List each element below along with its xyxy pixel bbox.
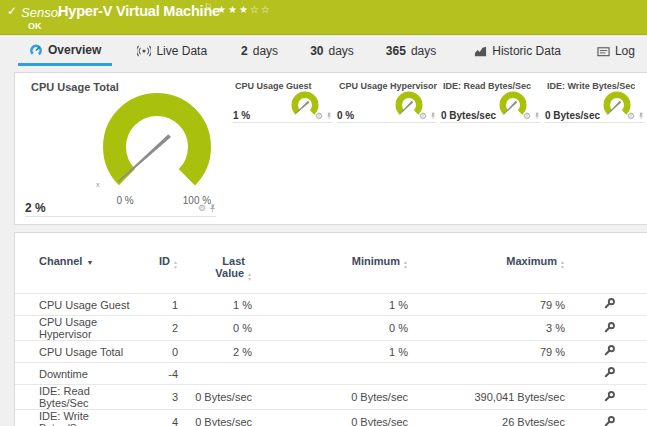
channel-maximum — [408, 363, 565, 385]
sort-toggle-icon: ▲▼ — [173, 260, 178, 269]
pin-icon[interactable] — [430, 112, 436, 120]
tab-number: 2 — [241, 44, 248, 58]
channel-table-panel: Channel▼ ID▲▼ Last Value▲▼ Minimum▲▼ Max… — [14, 232, 647, 426]
tab-live-data[interactable]: Live Data — [126, 36, 218, 66]
tab-label: days — [411, 44, 436, 58]
channel-minimum: 0 Bytes/sec — [252, 410, 408, 426]
channel-name: IDE: Write Bytes/Sec — [15, 410, 130, 426]
column-header-id[interactable]: ID▲▼ — [130, 233, 178, 294]
status-ok-check-icon: ✓ — [7, 4, 17, 18]
bar-chart-icon — [474, 45, 487, 58]
tab-label: days — [328, 44, 353, 58]
tab-log[interactable]: Log — [586, 36, 646, 66]
tab-historic-data[interactable]: Historic Data — [463, 36, 572, 66]
channel-last-value — [178, 363, 252, 385]
channel-id: 0 — [130, 341, 178, 363]
tab-30-days[interactable]: 30 days — [299, 36, 365, 66]
channel-last-value: 0 Bytes/sec — [178, 385, 252, 410]
prtg-sensor-page: { "header": { "check": "✓", "kind": "Sen… — [0, 0, 647, 426]
gauge-value-row: 0 Bytes/sec ⚙ — [441, 110, 540, 123]
channel-id: 1 — [130, 294, 178, 316]
gauge-value: 0 Bytes/sec — [545, 110, 600, 121]
gauge-value: 0 Bytes/sec — [441, 110, 496, 121]
sort-toggle-icon: ▲▼ — [560, 260, 565, 269]
priority-flag-icon[interactable]: ⚐ — [204, 2, 212, 12]
column-header-maximum[interactable]: Maximum▲▼ — [408, 233, 565, 294]
channel-name: Downtime — [15, 363, 130, 385]
edit-channel-wrench-icon[interactable] — [603, 344, 616, 359]
sort-desc-icon: ▼ — [86, 259, 93, 266]
gauges-panel: CPU Usage Total x 0 % 100 % 2 % ⚙ CPU Us… — [14, 72, 647, 225]
channel-settings-gear-icon[interactable]: ⚙ — [627, 112, 635, 121]
channel-settings-gear-icon[interactable]: ⚙ — [198, 204, 206, 213]
channel-id: 4 — [130, 410, 178, 426]
channel-settings-gear-icon[interactable]: ⚙ — [419, 112, 427, 121]
tab-label: Log — [615, 44, 635, 58]
object-kind-label: Sensor — [21, 5, 62, 20]
gauge-value: 0 % — [337, 110, 354, 121]
channel-maximum: 26 Bytes/sec — [408, 410, 565, 426]
channel-last-value: 0 % — [178, 316, 252, 341]
column-header-actions — [565, 233, 647, 294]
gauge-value-row: 2 % ⚙ — [25, 201, 216, 217]
channel-maximum: 390,041 Bytes/sec — [408, 385, 565, 410]
tab-label: days — [253, 44, 278, 58]
gauge-icon — [29, 43, 43, 57]
channel-minimum: 1 % — [252, 341, 408, 363]
channel-maximum: 79 % — [408, 294, 565, 316]
channel-settings-gear-icon[interactable]: ⚙ — [523, 112, 531, 121]
channel-name: CPU Usage Hypervisor — [15, 316, 130, 341]
gauge-tile-ide-read: IDE: Read Bytes/Sec 0 Bytes/sec ⚙ — [439, 79, 542, 131]
pin-icon[interactable] — [638, 112, 644, 120]
gauge-tick-mark: x — [96, 181, 100, 188]
tab-2-days[interactable]: 2 days — [230, 36, 289, 66]
edit-channel-wrench-icon[interactable] — [603, 390, 616, 405]
primary-gauge-chart — [97, 87, 217, 207]
column-header-minimum[interactable]: Minimum▲▼ — [252, 233, 408, 294]
edit-channel-wrench-icon[interactable] — [603, 297, 616, 312]
channel-minimum: 1 % — [252, 294, 408, 316]
sensor-title: Hyper-V Virtual Machine — [58, 3, 220, 19]
edit-channel-wrench-icon[interactable] — [603, 366, 616, 381]
sensor-status-badge: OK — [28, 21, 42, 31]
channel-name: CPU Usage Total — [15, 341, 130, 363]
channel-settings-gear-icon[interactable]: ⚙ — [315, 112, 323, 121]
tab-label: Overview — [48, 43, 101, 57]
channel-minimum: 0 % — [252, 316, 408, 341]
column-header-last-value[interactable]: Last Value▲▼ — [178, 233, 252, 294]
channel-name: CPU Usage Guest — [15, 294, 130, 316]
tab-overview[interactable]: Overview — [18, 36, 112, 66]
gauge-value: 1 % — [233, 110, 250, 121]
table-row: Downtime -4 — [15, 363, 647, 385]
table-row: CPU Usage Hypervisor 2 0 % 0 % 3 % — [15, 316, 647, 341]
gauge-tile-cpu-usage-guest: CPU Usage Guest 1 % ⚙ — [231, 79, 334, 131]
gauge-value: 2 % — [25, 201, 46, 215]
tab-365-days[interactable]: 365 days — [375, 36, 447, 66]
channel-name: IDE: Read Bytes/Sec — [15, 385, 130, 410]
pin-icon[interactable] — [209, 204, 216, 213]
tab-number: 365 — [386, 44, 406, 58]
log-list-icon — [597, 45, 610, 58]
sort-toggle-icon: ▲▼ — [247, 272, 252, 281]
channel-table: Channel▼ ID▲▼ Last Value▲▼ Minimum▲▼ Max… — [15, 233, 647, 426]
channel-last-value: 1 % — [178, 294, 252, 316]
channel-maximum: 79 % — [408, 341, 565, 363]
priority-stars[interactable]: ★★★☆☆ — [217, 4, 272, 15]
gauge-value-row: 0 Bytes/sec ⚙ — [545, 110, 644, 123]
gauge-tile-cpu-usage-total: CPU Usage Total x 0 % 100 % 2 % ⚙ — [15, 73, 230, 223]
sensor-tab-bar: Overview Live Data 2 days 30 days 365 da… — [0, 36, 647, 66]
table-row: CPU Usage Guest 1 1 % 1 % 79 % — [15, 294, 647, 316]
gauge-tile-cpu-usage-hypervisor: CPU Usage Hypervisor 0 % ⚙ — [335, 79, 438, 131]
gauge-tile-ide-write: IDE: Write Bytes/Sec 0 Bytes/sec ⚙ — [543, 79, 646, 131]
sensor-header: ✓ Sensor Hyper-V Virtual Machine ⚐ ★★★☆☆… — [0, 0, 647, 35]
edit-channel-wrench-icon[interactable] — [603, 321, 616, 336]
tab-number: 30 — [310, 44, 323, 58]
table-row: IDE: Write Bytes/Sec 4 0 Bytes/sec 0 Byt… — [15, 410, 647, 426]
channel-maximum: 3 % — [408, 316, 565, 341]
pin-icon[interactable] — [534, 112, 540, 120]
edit-channel-wrench-icon[interactable] — [603, 415, 616, 426]
column-header-channel[interactable]: Channel▼ — [15, 233, 130, 294]
tab-label: Historic Data — [492, 44, 561, 58]
pin-icon[interactable] — [326, 112, 332, 120]
channel-id: -4 — [130, 363, 178, 385]
